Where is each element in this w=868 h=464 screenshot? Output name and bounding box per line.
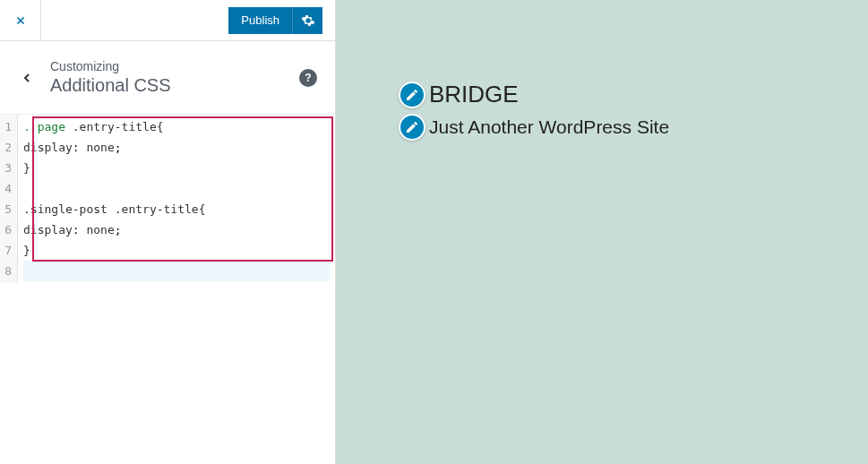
line-number: 5	[4, 199, 12, 219]
code-line[interactable]	[23, 261, 330, 281]
gear-icon	[301, 13, 315, 28]
line-number: 3	[4, 158, 12, 178]
close-icon	[14, 14, 27, 27]
customizer-topbar: Publish	[0, 0, 335, 41]
site-title-row: BRIDGE	[399, 81, 850, 108]
pencil-icon	[405, 88, 419, 102]
line-number: 1	[4, 116, 12, 137]
edit-site-title-button[interactable]	[399, 82, 425, 108]
edit-tagline-button[interactable]	[399, 114, 425, 141]
css-editor-area: 12345678 . page .entry-title{display: no…	[0, 115, 335, 464]
line-number: 2	[4, 137, 12, 158]
close-customizer-button[interactable]	[0, 0, 41, 41]
section-header: Customizing Additional CSS ?	[0, 41, 335, 115]
code-line[interactable]: }	[23, 158, 330, 178]
site-preview: BRIDGE Just Another WordPress Site	[336, 0, 868, 464]
code-content[interactable]: . page .entry-title{display: none;}.sing…	[18, 115, 335, 283]
code-line[interactable]: .single-post .entry-title{	[23, 199, 330, 219]
customizer-sidebar: Publish Customizing Additional CSS ? 123…	[0, 0, 336, 464]
line-number: 8	[4, 261, 12, 281]
pencil-icon	[405, 120, 419, 134]
code-line[interactable]: }	[23, 240, 330, 261]
line-number: 4	[4, 178, 12, 199]
code-line[interactable]: display: none;	[23, 219, 330, 240]
line-number: 7	[4, 240, 12, 261]
line-gutter: 12345678	[0, 115, 18, 283]
code-line[interactable]	[23, 178, 330, 199]
css-code-editor[interactable]: 12345678 . page .entry-title{display: no…	[0, 115, 335, 283]
publish-button[interactable]: Publish	[228, 7, 292, 34]
site-tagline-row: Just Another WordPress Site	[399, 114, 850, 141]
site-title[interactable]: BRIDGE	[429, 81, 519, 108]
section-subtitle: Customizing	[50, 59, 299, 73]
publish-settings-button[interactable]	[292, 7, 322, 34]
line-number: 6	[4, 219, 12, 240]
site-tagline[interactable]: Just Another WordPress Site	[429, 116, 669, 138]
back-button[interactable]	[9, 60, 45, 96]
code-line[interactable]: display: none;	[23, 137, 330, 158]
help-button[interactable]: ?	[299, 69, 317, 87]
section-title: Additional CSS	[50, 75, 299, 96]
chevron-left-icon	[20, 71, 34, 85]
code-line[interactable]: . page .entry-title{	[23, 116, 330, 137]
